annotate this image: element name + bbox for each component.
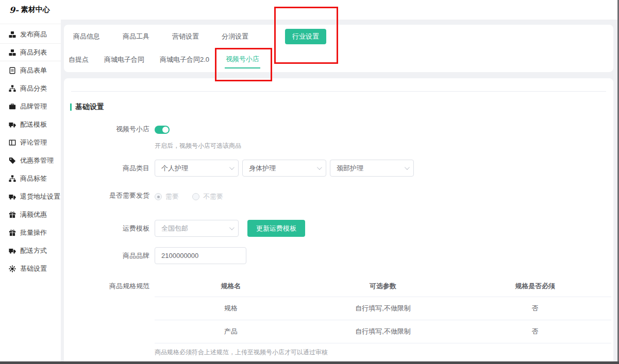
sidebar-item-label: 优惠券管理 — [20, 156, 54, 165]
sidebar-nav: 发布商品 商品列表 商品表单 商品分类 品牌管理 配送模板 评论管理 优惠券管 — [0, 24, 61, 278]
app-logo-icon: 9- — [9, 5, 19, 15]
tab-channels-shop[interactable]: 视频号小店 — [225, 55, 260, 68]
sidebar-item-basic-settings[interactable]: 基础设置 — [0, 259, 61, 278]
tab-mall-e-contract-2[interactable]: 商城电子合同2.0 — [160, 55, 209, 64]
sidebar-item-goods-tags[interactable]: 商品标签 — [0, 169, 61, 187]
window-bottom-edge — [0, 361, 619, 364]
sidebar-item-goods-category[interactable]: 商品分类 — [0, 79, 61, 97]
freight-template-value: 全国包邮 — [161, 224, 188, 233]
tab-pickup-point[interactable]: 自提点 — [69, 55, 89, 64]
sidebar-item-label: 品牌管理 — [20, 102, 47, 111]
channels-shop-helper: 开启后，视频号小店可选该商品 — [155, 142, 613, 150]
channels-shop-toggle[interactable] — [155, 126, 170, 134]
update-freight-template-button[interactable]: 更新运费模板 — [247, 220, 305, 237]
card-top-divider — [71, 78, 606, 92]
sidebar-item-label: 满额优惠 — [20, 210, 47, 219]
tab-marketing-settings[interactable]: 营销设置 — [172, 32, 199, 41]
sidebar-item-label: 基础设置 — [20, 264, 47, 273]
radio-yes-label: 需要 — [165, 192, 179, 201]
gear-icon — [9, 265, 16, 272]
channels-shop-label: 视频号小店 — [64, 125, 155, 133]
sitemap-icon — [9, 85, 16, 92]
radio-need-shipping-yes[interactable]: 需要 — [155, 192, 179, 201]
sidebar-item-label: 配送方式 — [20, 246, 47, 255]
tab-profit-sharing-settings[interactable]: 分润设置 — [222, 32, 248, 41]
category-select-level2[interactable]: 身体护理 — [242, 160, 326, 177]
settings-form: 视频号小店 开启后，视频号小店可选该商品 商品类目 个人护理 身体护理 颈部护理 — [64, 125, 613, 357]
sidebar-item-label: 发布商品 — [20, 30, 47, 39]
tabs-card: 商品信息 商品工具 营销设置 分润设置 行业设置 自提点 商城电子合同 商城电子… — [64, 25, 613, 72]
row-category: 商品类目 个人护理 身体护理 颈部护理 — [64, 160, 613, 177]
truck-icon — [9, 247, 16, 254]
sidebar-item-return-address[interactable]: 退货地址设置 — [0, 187, 61, 205]
tab-mall-e-contract[interactable]: 商城电子合同 — [104, 55, 144, 64]
need-shipping-label: 是否需要发货 — [64, 192, 155, 200]
category-select-level3-value: 颈部护理 — [337, 164, 363, 173]
sidebar-item-label: 配送模板 — [20, 120, 47, 129]
spec-table-header-row: 规格名 可选参数 规格是否必须 — [155, 276, 611, 297]
gift-icon — [9, 229, 16, 236]
sidebar-item-review-management[interactable]: 评论管理 — [0, 133, 61, 151]
app-header: 9- 素材中心 — [0, 0, 619, 20]
comment-panel-icon — [9, 139, 16, 146]
sidebar-item-goods-form[interactable]: 商品表单 — [0, 61, 61, 79]
spec-col-params-header: 可选参数 — [307, 282, 459, 291]
sidebar-item-publish-goods[interactable]: 发布商品 — [0, 25, 61, 43]
section-accent-bar — [70, 103, 72, 111]
sidebar-item-label: 批量操作 — [20, 228, 47, 237]
spec-cell-required: 否 — [459, 327, 611, 336]
sidebar: 发布商品 商品列表 商品表单 商品分类 品牌管理 配送模板 评论管理 优惠券管 — [0, 20, 61, 361]
category-select-level3[interactable]: 颈部护理 — [330, 160, 414, 177]
cubes-icon — [9, 31, 16, 38]
category-label: 商品类目 — [64, 160, 155, 177]
tab-goods-info[interactable]: 商品信息 — [73, 32, 100, 41]
tab-goods-tools[interactable]: 商品工具 — [123, 32, 149, 41]
sidebar-item-delivery-template[interactable]: 配送模板 — [0, 115, 61, 133]
section-title: 基础设置 — [70, 102, 613, 112]
radio-need-shipping-no[interactable]: 不需要 — [192, 192, 223, 201]
table-row: 产品 自行填写,不做限制 否 — [155, 320, 611, 343]
sidebar-item-full-discount[interactable]: 满额优惠 — [0, 205, 61, 223]
sidebar-item-label: 商品表单 — [20, 66, 47, 75]
sidebar-item-label: 评论管理 — [20, 138, 47, 147]
freight-template-label: 运费模板 — [64, 220, 155, 237]
category-select-level2-value: 身体护理 — [249, 164, 276, 173]
sidebar-item-label: 商品分类 — [20, 84, 47, 93]
tab-row-primary: 商品信息 商品工具 营销设置 分润设置 行业设置 — [64, 25, 613, 48]
radio-no-label: 不需要 — [203, 192, 223, 201]
truck-icon — [9, 121, 16, 128]
brand-input[interactable] — [155, 247, 246, 264]
freight-template-select[interactable]: 全国包邮 — [155, 220, 239, 237]
category-select-level1[interactable]: 个人护理 — [155, 160, 239, 177]
sidebar-item-delivery-method[interactable]: 配送方式 — [0, 241, 61, 259]
tab-industry-settings-button[interactable]: 行业设置 — [285, 29, 326, 44]
spec-cell-params: 自行填写,不做限制 — [307, 304, 459, 313]
chevron-down-icon — [405, 165, 410, 170]
sitemap-icon — [9, 175, 16, 182]
app-title: 素材中心 — [21, 5, 50, 14]
tab-row-secondary: 自提点 商城电子合同 商城电子合同2.0 视频号小店 — [64, 48, 613, 71]
spec-table: 规格名 可选参数 规格是否必须 规格 自行填写,不做限制 否 产品 自行填写,不… — [155, 276, 611, 343]
sidebar-item-label: 商品标签 — [20, 174, 47, 183]
table-row: 规格 自行填写,不做限制 否 — [155, 297, 611, 320]
sidebar-item-goods-list[interactable]: 商品列表 — [0, 43, 61, 61]
row-brand: 商品品牌 — [64, 247, 613, 264]
sidebar-item-batch-operations[interactable]: 批量操作 — [0, 223, 61, 241]
spec-cell-required: 否 — [459, 304, 611, 313]
category-select-level1-value: 个人护理 — [161, 164, 188, 173]
gift-icon — [9, 211, 16, 218]
chevron-down-icon — [229, 225, 235, 230]
row-spec: 商品规格规范 规格名 可选参数 规格是否必须 规格 自行填写,不做限制 否 产品 — [64, 276, 613, 357]
sidebar-item-coupon-management[interactable]: 优惠券管理 — [0, 151, 61, 169]
spec-cell-name: 规格 — [155, 304, 307, 313]
tag-icon — [9, 157, 16, 164]
toggle-knob-icon — [162, 127, 169, 133]
brand-label: 商品品牌 — [64, 247, 155, 264]
spec-col-required-header: 规格是否必须 — [459, 282, 611, 291]
sidebar-item-brand-management[interactable]: 品牌管理 — [0, 97, 61, 115]
radio-dot-icon — [155, 193, 162, 200]
spec-label: 商品规格规范 — [64, 276, 155, 297]
chevron-down-icon — [317, 165, 322, 170]
row-channels-shop: 视频号小店 开启后，视频号小店可选该商品 — [64, 125, 613, 150]
truck-icon — [9, 193, 16, 200]
